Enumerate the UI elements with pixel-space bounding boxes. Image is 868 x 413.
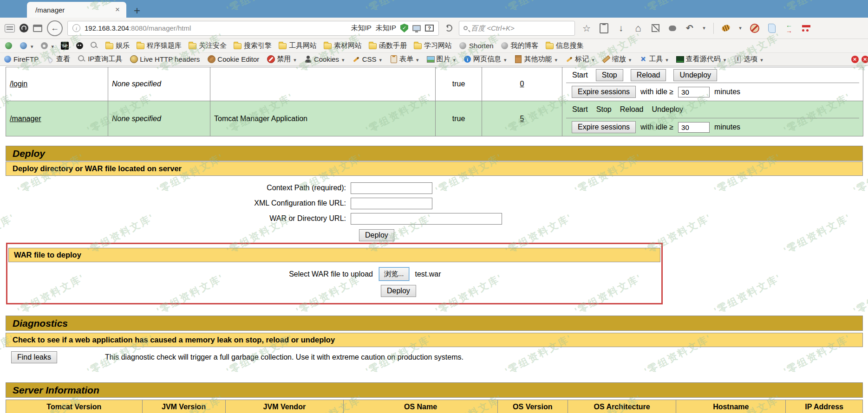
forms-menu[interactable]: 表单	[390, 55, 419, 64]
extension-window-icon[interactable]	[33, 25, 42, 32]
bookmark-item[interactable]: SP	[61, 42, 69, 50]
bookmark-item[interactable]: 工具网站	[279, 41, 317, 50]
site-info-icon[interactable]: i	[72, 24, 80, 32]
proxy-computer-icon[interactable]	[412, 25, 421, 31]
ip-lookup-button[interactable]: IP查询工具	[78, 55, 122, 64]
command-button[interactable]: Reload	[631, 69, 666, 81]
bookmark-item[interactable]: 素材网站	[324, 41, 362, 50]
bookmark-item[interactable]	[76, 42, 84, 50]
chevron-down-icon	[759, 55, 763, 63]
cookie-editor-button[interactable]: Cookie Editor	[208, 55, 259, 63]
tools-menu[interactable]: 工具	[639, 55, 668, 64]
home-icon[interactable]: ⌂	[633, 23, 643, 34]
pocket-icon[interactable]	[667, 23, 678, 34]
bookmark-item[interactable]: 我的博客	[501, 41, 539, 50]
expire-sessions-button[interactable]: Expire sessions	[572, 121, 636, 133]
app-login-link[interactable]: /login	[10, 80, 27, 88]
extension-reader-icon[interactable]	[5, 24, 15, 32]
bookmark-folder-study-sites	[414, 43, 422, 49]
extension-restart-icon[interactable]	[20, 24, 28, 32]
misc-tools-menu[interactable]: 其他功能	[515, 55, 558, 64]
reading-list-icon[interactable]	[599, 23, 609, 34]
page-info-menu[interactable]: 网页信息	[463, 55, 507, 64]
bookmark-item[interactable]: Shorten	[459, 42, 494, 50]
fireftp-button[interactable]: FireFTP	[4, 55, 39, 63]
bookmark-item[interactable]	[40, 42, 54, 50]
bookmark-star-icon[interactable]: ☆	[581, 23, 592, 34]
view-source-menu[interactable]: 查看源代码	[676, 55, 726, 64]
server-info-header-cell: JVM Vendor	[226, 400, 344, 413]
cookies-menu[interactable]: Cookies	[304, 55, 345, 63]
inspect-button[interactable]: 查看	[46, 55, 70, 64]
bookmark-item[interactable]: 娱乐	[105, 41, 130, 50]
firebug-caret-icon[interactable]: ▾	[738, 23, 743, 34]
server-info-section-title: Server Information	[6, 382, 863, 398]
adblock-icon[interactable]	[750, 23, 760, 34]
images-menu[interactable]: 图片	[427, 55, 456, 64]
chevron-down-icon	[341, 55, 345, 63]
bookmark-item[interactable]: 程序猿题库	[137, 41, 182, 50]
addon-toolbar-right	[851, 55, 864, 63]
screenshot-icon[interactable]	[650, 23, 660, 34]
command-button[interactable]: Undeploy	[673, 69, 717, 81]
command-button[interactable]: Stop	[596, 69, 623, 81]
bookmark-item[interactable]: 学习网站	[414, 41, 452, 50]
bookmark-item[interactable]	[91, 42, 98, 50]
app-manager-sessions-link[interactable]: 5	[520, 115, 524, 123]
bookmark-item[interactable]: 信息搜集	[546, 41, 584, 50]
back-button[interactable]: ←	[47, 20, 63, 36]
help-box-icon[interactable]: ?	[425, 25, 434, 32]
command-button[interactable]: Start	[572, 71, 588, 79]
downloads-icon[interactable]: ↓	[616, 23, 626, 34]
outline-menu[interactable]: 标记	[565, 55, 594, 64]
chevron-down-icon	[30, 42, 33, 50]
app-manager-link[interactable]: /manager	[10, 115, 41, 123]
tab-manager[interactable]: /manager ×	[27, 2, 126, 18]
tab-close-icon[interactable]: ×	[113, 5, 122, 14]
browse-file-button[interactable]: 浏览...	[379, 267, 409, 281]
undo-icon[interactable]: ↶	[685, 23, 695, 34]
deploy-war-button[interactable]: Deploy	[381, 285, 416, 297]
bookmark-item[interactable]: 函数手册	[369, 41, 407, 50]
chevron-down-icon	[554, 55, 558, 63]
url-bar[interactable]: i 192.168.3.204:8080/manager/html 未知IP 未…	[67, 21, 439, 36]
close-toolbar-icon[interactable]	[851, 55, 859, 63]
firebug-icon[interactable]	[721, 23, 731, 34]
disable-menu[interactable]: 禁用	[267, 55, 296, 64]
new-tab-button[interactable]: +	[134, 5, 140, 16]
chevron-down-icon	[628, 55, 632, 63]
app-login-sessions-link[interactable]: 0	[520, 80, 524, 88]
undo-caret-icon[interactable]: ▾	[702, 23, 706, 34]
command-label: Stop	[596, 105, 612, 114]
deploy-field-input[interactable]	[351, 182, 432, 194]
idle-label: with idle ≥	[640, 88, 673, 96]
toolbar-separator[interactable]	[713, 23, 714, 34]
app-row-login: /login None specified true 0 StartStopRe…	[6, 67, 863, 101]
search-box[interactable]	[459, 21, 575, 36]
deploy-server-button[interactable]: Deploy	[359, 229, 394, 241]
resize-menu[interactable]: 缩放	[602, 55, 632, 64]
css-menu[interactable]: CSS	[352, 55, 382, 63]
deploy-field-input[interactable]	[351, 198, 432, 209]
menu-icon[interactable]	[801, 23, 811, 34]
expire-sessions-button[interactable]: Expire sessions	[572, 86, 636, 98]
deploy-field-input[interactable]	[351, 213, 502, 225]
bookmark-item[interactable]: 关注安全	[189, 41, 227, 50]
reload-icon[interactable]	[445, 25, 452, 32]
bookmark-item[interactable]: 搜索引擎	[234, 41, 272, 50]
security-shield-icon[interactable]	[400, 24, 408, 32]
bookmark-folder-material-sites	[324, 43, 332, 49]
find-leaks-button[interactable]: Find leaks	[11, 351, 57, 363]
search-input[interactable]	[471, 24, 570, 32]
bookmark-item[interactable]	[20, 42, 33, 50]
server-info-header-cell: OS Name	[344, 400, 498, 413]
tab-bar: /manager × +	[0, 0, 868, 18]
bookmark-item[interactable]	[5, 42, 13, 50]
idle-minutes-input[interactable]	[678, 87, 710, 97]
proxy-switch-icon[interactable]	[784, 23, 794, 34]
idle-minutes-input[interactable]	[678, 122, 710, 133]
live-http-headers-button[interactable]: Live HTTP headers	[130, 55, 200, 63]
hackbar-icon[interactable]	[767, 23, 777, 34]
options-menu[interactable]: 选项	[734, 55, 763, 64]
close-toolbar-icon-2[interactable]	[861, 55, 868, 63]
